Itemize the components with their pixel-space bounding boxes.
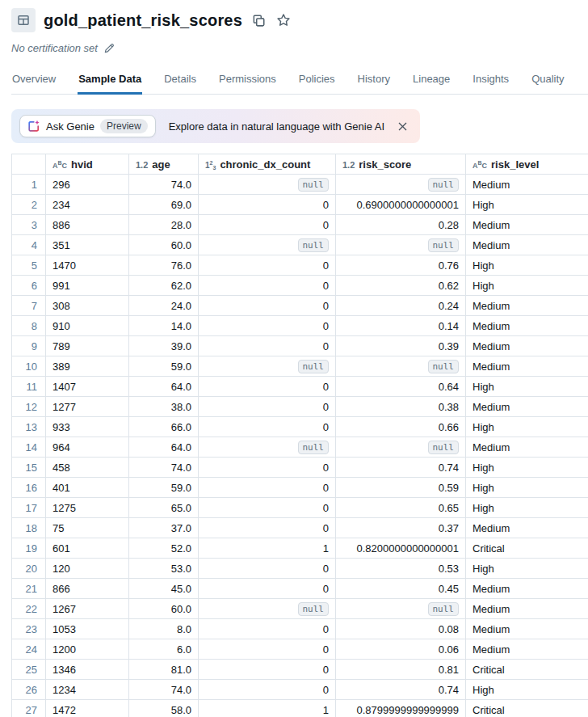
cell-age: 53.0 [129, 559, 199, 579]
ask-genie-button[interactable]: Ask Genie Preview [19, 115, 156, 137]
copy-icon[interactable] [252, 14, 266, 27]
cell-age: 24.0 [129, 296, 199, 316]
cell-risk_score: 0.06 [336, 639, 466, 660]
table-row: 1393366.000.66High [12, 417, 588, 437]
table-row: 2012053.000.53High [12, 559, 588, 579]
tab-lineage[interactable]: Lineage [412, 68, 451, 95]
cell-risk_score: 0.6900000000000001 [336, 195, 466, 215]
star-icon[interactable] [276, 13, 291, 27]
cell-risk_level: Critical [466, 538, 588, 559]
cell-risk_level: High [466, 417, 588, 437]
cell-risk_score: null [336, 356, 466, 377]
cell-hvid: 234 [46, 195, 129, 215]
cell-risk_score: 0.8200000000000001 [336, 538, 466, 559]
tab-overview[interactable]: Overview [11, 68, 57, 95]
cell-hvid: 910 [46, 316, 129, 336]
string-type-icon: ABC [472, 158, 487, 171]
table-row: 2310538.000.08Medium [12, 619, 588, 639]
genie-banner: Ask Genie Preview Explore data in natura… [11, 109, 420, 143]
tab-insights[interactable]: Insights [472, 68, 510, 95]
page-title: gold_patient_risk_scores [44, 11, 242, 30]
row-number: 13 [12, 417, 46, 437]
row-number: 14 [12, 437, 46, 458]
row-number: 15 [12, 458, 46, 478]
cell-age: 60.0 [129, 235, 199, 255]
cell-risk_score: 0.14 [336, 316, 466, 336]
row-number: 16 [12, 478, 46, 498]
cell-age: 65.0 [129, 498, 199, 518]
row-number: 5 [12, 255, 46, 276]
row-number: 3 [12, 215, 46, 235]
cell-risk_score: 0.38 [336, 397, 466, 417]
cell-age: 28.0 [129, 215, 199, 235]
banner-close-button[interactable] [397, 120, 409, 133]
cell-age: 66.0 [129, 417, 199, 437]
certification-text: No certification set [11, 42, 98, 54]
cell-chronic_dx_count: 0 [199, 458, 336, 478]
cell-chronic_dx_count: 1 [199, 538, 336, 559]
table-entity-icon [11, 8, 36, 32]
cell-risk_level: High [466, 680, 588, 700]
cell-chronic_dx_count: null [199, 599, 336, 619]
cell-hvid: 866 [46, 579, 129, 599]
cell-risk_level: High [466, 255, 588, 276]
cell-risk_level: High [466, 559, 588, 579]
cell-risk_level: Medium [466, 518, 588, 538]
row-number: 19 [12, 538, 46, 559]
table-row: 223469.000.6900000000000001High [12, 195, 588, 215]
null-value-badge: null [298, 178, 330, 192]
tab-permissions[interactable]: Permissions [218, 68, 277, 95]
row-number: 1 [12, 175, 46, 195]
cell-hvid: 933 [46, 417, 129, 437]
cell-risk_score: 0.28 [336, 215, 466, 235]
cell-chronic_dx_count: null [199, 356, 336, 377]
cell-age: 69.0 [129, 195, 199, 215]
table-row: 435160.0nullnullMedium [12, 235, 588, 255]
row-number: 7 [12, 296, 46, 316]
cell-risk_score: 0.59 [336, 478, 466, 498]
row-number: 24 [12, 639, 46, 660]
tab-sample-data[interactable]: Sample Data [78, 68, 142, 95]
row-number: 18 [12, 518, 46, 538]
row-number: 27 [12, 700, 46, 717]
tab-policies[interactable]: Policies [298, 68, 336, 95]
null-value-badge: null [428, 360, 460, 373]
cell-risk_level: Medium [466, 599, 588, 619]
cell-risk_level: Medium [466, 639, 588, 660]
row-number: 17 [12, 498, 46, 518]
table-row: 388628.000.28Medium [12, 215, 588, 235]
cell-age: 62.0 [129, 276, 199, 296]
row-number: 11 [12, 377, 46, 397]
cell-age: 76.0 [129, 255, 199, 276]
cell-hvid: 1267 [46, 599, 129, 619]
null-value-badge: null [428, 238, 460, 252]
column-name: chronic_dx_count [220, 158, 310, 171]
cell-hvid: 296 [46, 175, 129, 195]
cell-hvid: 991 [46, 276, 129, 296]
cell-age: 37.0 [129, 518, 199, 538]
cell-risk_score: null [336, 599, 466, 619]
cell-age: 59.0 [129, 478, 199, 498]
row-number: 8 [12, 316, 46, 336]
cell-hvid: 120 [46, 559, 129, 579]
column-name: age [152, 158, 170, 171]
tab-quality[interactable]: Quality [531, 68, 565, 95]
cell-hvid: 351 [46, 235, 129, 255]
cell-chronic_dx_count: 0 [199, 579, 336, 599]
edit-pencil-icon[interactable] [103, 42, 116, 54]
cell-hvid: 1346 [46, 660, 129, 680]
cell-risk_score: 0.53 [336, 559, 466, 579]
null-value-badge: null [428, 178, 460, 192]
cell-risk_level: Medium [466, 397, 588, 417]
tab-history[interactable]: History [357, 68, 391, 95]
cell-age: 64.0 [129, 437, 199, 458]
row-number: 20 [12, 559, 46, 579]
cell-chronic_dx_count: 0 [199, 296, 336, 316]
table-row: 27147258.010.8799999999999999Critical [12, 700, 588, 717]
cell-age: 74.0 [129, 175, 199, 195]
table-row: 1545874.000.74High [12, 458, 588, 478]
cell-risk_level: High [466, 195, 588, 215]
cell-hvid: 601 [46, 538, 129, 559]
tab-details[interactable]: Details [163, 68, 197, 95]
column-header-risk_score: 1.2risk_score [336, 154, 466, 175]
